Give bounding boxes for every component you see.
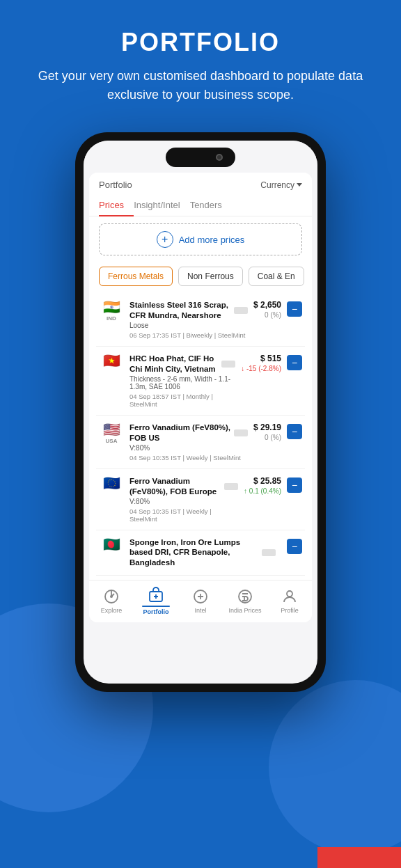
item-tag <box>234 429 248 436</box>
flag-icon: 🇧🇩 <box>103 537 120 551</box>
flag-icon: 🇮🇳 <box>103 300 120 314</box>
flag-icon: 🇪🇺 <box>103 476 120 490</box>
item-price-area: $ 29.19 0 (%) <box>253 423 281 441</box>
item-details: Ferro Vanadium (FeV80%), FOB US V:80% 04… <box>129 423 248 461</box>
price-list: 🇮🇳 IND Stainless Steel 316 Scrap, CFR Mu… <box>89 293 312 576</box>
currency-label: Currency <box>260 180 294 190</box>
price-value: $ 29.19 <box>253 423 281 432</box>
item-meta: 06 Sep 17:35 IST | Biweekly | SteelMint <box>129 331 248 339</box>
remove-button[interactable]: − <box>287 301 302 317</box>
item-meta: 04 Sep 10:35 IST | Weekly | SteelMint <box>129 507 238 523</box>
currency-button[interactable]: Currency <box>260 180 302 190</box>
price-value: $ 2,650 <box>253 300 281 310</box>
tab-insight[interactable]: Insight/Intel <box>134 194 190 216</box>
camera-icon <box>216 154 223 161</box>
item-meta: 04 Sep 18:57 IST | Monthly | SteelMint <box>129 393 235 408</box>
item-name: Ferro Vanadium (FeV80%), FOB Europe <box>129 476 238 497</box>
item-sub: V:80% <box>129 444 248 452</box>
bg-red-bar <box>317 847 401 868</box>
price-item: 🇺🇸 USA Ferro Vanadium (FeV80%), FOB US V… <box>96 416 305 469</box>
item-tag <box>262 549 276 556</box>
nav-profile[interactable]: Profile <box>272 587 307 614</box>
nav-intel[interactable]: Intel <box>183 587 218 614</box>
item-name: Sponge Iron, Iron Ore Lumps based DRI, C… <box>129 537 276 569</box>
flag-icon: 🇺🇸 <box>103 423 120 436</box>
nav-india-prices-label: India Prices <box>228 607 261 614</box>
flag-area: 🇺🇸 USA <box>99 423 124 444</box>
flag-area: 🇻🇳 <box>99 354 124 369</box>
app-content: Portfolio Currency Prices Insight/Intel … <box>89 173 312 622</box>
nav-india-prices[interactable]: India Prices <box>228 587 262 614</box>
item-tag <box>221 361 235 368</box>
price-change: ↑ 0.1 (0.4%) <box>244 487 281 495</box>
nav-explore-label: Explore <box>101 607 123 614</box>
flag-area: 🇮🇳 IND <box>99 300 124 322</box>
remove-button[interactable]: − <box>287 355 302 370</box>
nav-intel-label: Intel <box>194 607 206 614</box>
tab-prices[interactable]: Prices <box>99 194 134 216</box>
nav-portfolio[interactable]: Portfolio <box>139 586 173 615</box>
nav-explore[interactable]: Explore <box>94 587 129 614</box>
add-prices-section[interactable]: + Add more prices <box>99 223 302 255</box>
tab-tenders[interactable]: Tenders <box>190 194 232 216</box>
item-sub: V:80% <box>129 498 238 505</box>
remove-button[interactable]: − <box>287 478 302 493</box>
price-value: $ 25.85 <box>253 476 281 486</box>
add-icon: + <box>157 231 173 248</box>
cat-coal[interactable]: Coal & En <box>249 267 304 286</box>
bg-decoration-2 <box>269 680 401 854</box>
item-name: Ferro Vanadium (FeV80%), FOB US <box>129 423 248 443</box>
item-name: HRC Hoa Phat, CIF Ho Chi Minh City, Viet… <box>129 354 235 374</box>
cat-ferrous[interactable]: Ferrous Metals <box>99 267 173 286</box>
country-code: USA <box>106 438 118 444</box>
item-details: Ferro Vanadium (FeV80%), FOB Europe V:80… <box>129 476 238 523</box>
item-tag <box>224 483 238 490</box>
item-tag <box>234 307 248 314</box>
item-sub: Loose <box>129 322 248 329</box>
tabs-bar: Prices Insight/Intel Tenders <box>89 194 312 216</box>
price-change: ↓ -15 (-2.8%) <box>241 365 281 372</box>
notch-pill <box>166 148 235 167</box>
svg-point-1 <box>110 595 113 598</box>
price-value: $ 515 <box>260 354 281 363</box>
add-prices-label: Add more prices <box>179 235 245 245</box>
item-price-area: $ 515 ↓ -15 (-2.8%) <box>241 354 281 372</box>
price-change: 0 (%) <box>265 434 281 441</box>
chevron-down-icon <box>297 183 302 187</box>
price-item: 🇧🇩 Sponge Iron, Iron Ore Lumps based DRI… <box>96 530 305 576</box>
price-item: 🇮🇳 IND Stainless Steel 316 Scrap, CFR Mu… <box>96 293 305 347</box>
item-details: HRC Hoa Phat, CIF Ho Chi Minh City, Viet… <box>129 354 235 408</box>
price-item: 🇪🇺 Ferro Vanadium (FeV80%), FOB Europe V… <box>96 469 305 530</box>
item-name: Stainless Steel 316 Scrap, CFR Mundra, N… <box>129 300 248 321</box>
item-price-area: $ 25.85 ↑ 0.1 (0.4%) <box>244 476 281 495</box>
phone-screen: Portfolio Currency Prices Insight/Intel … <box>84 141 317 684</box>
phone-frame: Portfolio Currency Prices Insight/Intel … <box>75 132 326 692</box>
item-details: Stainless Steel 316 Scrap, CFR Mundra, N… <box>129 300 248 339</box>
page-subtitle: Get your very own customised dashboard t… <box>21 67 380 104</box>
page-title: PORTFOLIO <box>21 28 380 57</box>
item-details: Sponge Iron, Iron Ore Lumps based DRI, C… <box>129 537 276 569</box>
item-meta: 04 Sep 10:35 IST | Weekly | SteelMint <box>129 454 248 461</box>
remove-button[interactable]: − <box>287 424 302 439</box>
category-filters: Ferrous Metals Non Ferrous Coal & En <box>89 262 312 293</box>
remove-button[interactable]: − <box>287 539 302 554</box>
top-bar: Portfolio Currency <box>89 173 312 194</box>
item-price-area: $ 2,650 0 (%) <box>253 300 281 319</box>
cat-non-ferrous[interactable]: Non Ferrous <box>178 267 243 286</box>
flag-icon: 🇻🇳 <box>103 354 120 368</box>
flag-area: 🇧🇩 <box>99 537 124 553</box>
phone-notch <box>84 141 317 167</box>
intel-icon <box>191 587 210 606</box>
nav-portfolio-label: Portfolio <box>143 608 169 615</box>
flag-area: 🇪🇺 <box>99 476 124 491</box>
bottom-nav: Explore Portfolio <box>89 580 312 622</box>
nav-profile-label: Profile <box>281 607 299 614</box>
country-code: IND <box>107 315 116 322</box>
svg-point-10 <box>287 591 292 597</box>
profile-icon <box>281 587 299 606</box>
portfolio-icon <box>147 586 165 604</box>
app-title: Portfolio <box>99 180 132 190</box>
nav-active-indicator <box>142 606 170 607</box>
india-prices-icon <box>236 587 254 606</box>
price-item: 🇻🇳 HRC Hoa Phat, CIF Ho Chi Minh City, V… <box>96 347 305 416</box>
